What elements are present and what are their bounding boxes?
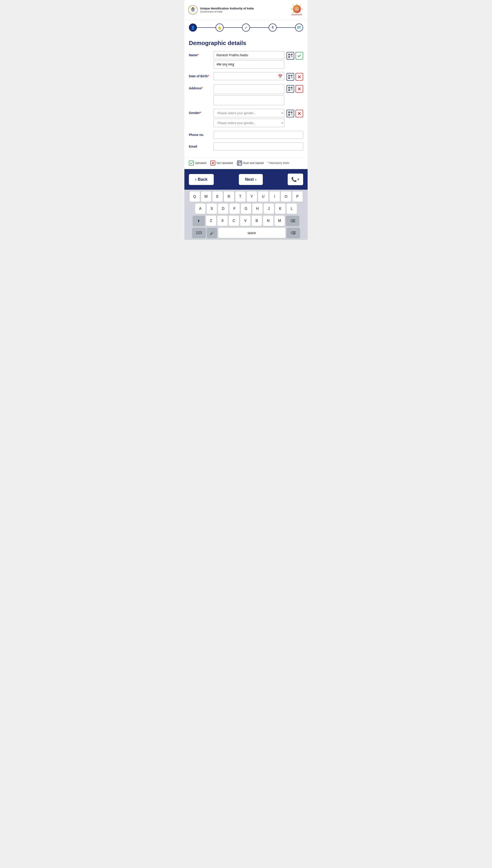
space-key[interactable]: space <box>218 228 286 238</box>
address-input-1[interactable] <box>214 84 284 94</box>
header: Unique Identification Authority of India… <box>184 0 308 20</box>
key-T[interactable]: T <box>235 192 246 202</box>
key-R[interactable]: R <box>224 192 234 202</box>
return-key[interactable]: ⌫ <box>287 228 300 238</box>
email-inputs <box>214 143 303 151</box>
key-U[interactable]: U <box>258 192 268 202</box>
step-1-person-icon: 👤 <box>189 24 197 31</box>
dob-wrapper: 📅 <box>214 72 284 80</box>
key-I[interactable]: I <box>270 192 280 202</box>
cross-icon <box>297 75 301 79</box>
svg-rect-42 <box>289 114 290 115</box>
scan-icon <box>288 87 292 91</box>
call-plus-icon: 📞+ <box>291 177 299 182</box>
email-input[interactable] <box>214 143 303 151</box>
aadhaar-logo-icon: Ⓐ AADHAAR <box>290 3 304 17</box>
name-input[interactable] <box>214 51 284 59</box>
address-scan-button[interactable] <box>287 85 294 93</box>
svg-rect-21 <box>289 54 290 55</box>
phone-input[interactable] <box>214 131 303 139</box>
gender-row: Gender* Please select your gender... Mal… <box>189 109 303 127</box>
dob-scan-button[interactable] <box>287 73 294 81</box>
org-name: Unique Identification Authority of India <box>200 7 254 10</box>
gender-select-1[interactable]: Please select your gender... Male Female… <box>214 109 284 117</box>
step-3-check-icon: ✓ <box>242 24 250 31</box>
not-uploaded-icon <box>211 160 215 165</box>
scan-upload-icon <box>237 160 242 165</box>
key-L[interactable]: L <box>287 204 297 214</box>
svg-rect-40 <box>289 112 290 113</box>
key-B[interactable]: B <box>252 216 262 226</box>
svg-rect-50 <box>240 162 241 162</box>
step-line-2 <box>224 27 242 28</box>
svg-rect-33 <box>289 87 290 88</box>
next-button[interactable]: Next › <box>239 174 263 185</box>
shift-key[interactable]: ⬆ <box>193 216 205 226</box>
keyboard-row-3: ⬆ Z X C V B N M ⌫ <box>185 216 307 226</box>
key-D[interactable]: D <box>218 204 228 214</box>
key-Y[interactable]: Y <box>247 192 257 202</box>
keyboard: Q W E R T Y U I O P A S D F G H J K L ⬆ … <box>184 190 308 240</box>
address-label: Address* <box>189 84 211 90</box>
svg-text:Ⓐ: Ⓐ <box>295 7 299 11</box>
gender-select-2[interactable]: Please select your gender... Male Female… <box>214 119 284 127</box>
name-label: Name* <box>189 51 211 57</box>
mic-key[interactable]: 🎤 <box>207 228 217 238</box>
next-arrow-icon: › <box>255 177 256 182</box>
key-W[interactable]: W <box>201 192 211 202</box>
key-X[interactable]: X <box>217 216 228 226</box>
keyboard-row-2: A S D F G H J K L <box>185 204 307 214</box>
key-F[interactable]: F <box>229 204 240 214</box>
key-Q[interactable]: Q <box>190 192 200 202</box>
svg-rect-23 <box>289 56 290 57</box>
name-scan-button[interactable] <box>287 52 294 59</box>
name-actions <box>287 51 303 59</box>
key-E[interactable]: E <box>213 192 223 202</box>
svg-rect-49 <box>238 162 239 162</box>
key-J[interactable]: J <box>264 204 274 214</box>
key-Z[interactable]: Z <box>206 216 216 226</box>
name-check-button[interactable] <box>296 52 303 59</box>
svg-line-20 <box>293 12 294 13</box>
key-S[interactable]: S <box>206 204 217 214</box>
keyboard-bottom-row: 123 🎤 space ⌫ <box>185 228 307 238</box>
phone-row: Phone no. <box>189 131 303 139</box>
address-clear-button[interactable] <box>296 85 303 93</box>
key-M[interactable]: M <box>274 216 285 226</box>
legend-scan-upload: Scan and Upload <box>237 160 264 165</box>
key-C[interactable]: C <box>229 216 239 226</box>
progress-steps: 👤 👆 ✓ ₹ 🪪 <box>184 20 308 35</box>
gender-scan-button[interactable] <box>287 110 294 117</box>
svg-rect-34 <box>291 87 292 88</box>
gender-clear-button[interactable] <box>296 110 303 117</box>
dob-actions <box>287 72 303 81</box>
address-input-2[interactable] <box>214 95 284 105</box>
svg-rect-51 <box>238 163 239 164</box>
dob-input[interactable] <box>214 72 284 80</box>
cross-icon <box>297 111 301 116</box>
gender-inputs: Please select your gender... Male Female… <box>214 109 284 127</box>
phone-label: Phone no. <box>189 131 211 136</box>
gender-actions <box>287 109 303 117</box>
key-H[interactable]: H <box>252 204 263 214</box>
step-4-rupee-icon: ₹ <box>269 24 277 31</box>
dob-clear-button[interactable] <box>296 73 303 81</box>
number-switch-key[interactable]: 123 <box>192 228 206 238</box>
key-A[interactable]: A <box>195 204 205 214</box>
key-N[interactable]: N <box>263 216 273 226</box>
call-button[interactable]: 📞+ <box>288 174 303 185</box>
legend-uploaded: Uploaded <box>189 160 206 165</box>
delete-key[interactable]: ⌫ <box>286 216 299 226</box>
name-hindi-input[interactable] <box>214 60 284 69</box>
back-button[interactable]: ‹ Back <box>189 174 214 185</box>
step-line-3 <box>250 27 269 28</box>
legend: Uploaded Not Uploaded Scan and Upload * … <box>184 158 308 169</box>
svg-rect-6 <box>193 8 195 9</box>
key-O[interactable]: O <box>281 192 291 202</box>
key-P[interactable]: P <box>292 192 303 202</box>
key-K[interactable]: K <box>275 204 286 214</box>
key-G[interactable]: G <box>241 204 251 214</box>
keyboard-row-1: Q W E R T Y U I O P <box>185 192 307 202</box>
svg-rect-28 <box>289 77 290 79</box>
key-V[interactable]: V <box>240 216 250 226</box>
